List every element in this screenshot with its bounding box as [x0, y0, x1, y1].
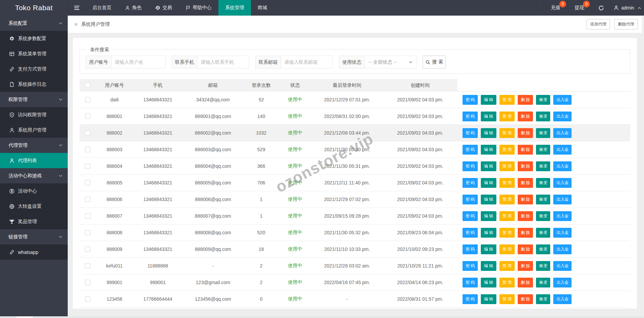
user-menu[interactable]: admin [611, 0, 644, 16]
row-action-disable[interactable]: 禁 用 [499, 161, 515, 171]
vertical-scrollbar[interactable] [642, 16, 644, 316]
row-action-account-change[interactable]: 账变 [536, 195, 550, 204]
nav-item-help-center[interactable]: 帮助中心 [179, 0, 218, 16]
row-action-password[interactable]: 密 码 [463, 145, 478, 155]
sidebar-toggle-button[interactable] [68, 0, 86, 16]
row-action-delete[interactable]: 删 除 [518, 211, 533, 221]
row-action-edit[interactable]: 编 辑 [481, 145, 496, 155]
row-action-edit[interactable]: 编 辑 [481, 244, 496, 254]
nav-item-system-management[interactable]: 系统管理 [218, 0, 251, 16]
nav-item-dashboard[interactable]: 后台首页 [86, 0, 118, 16]
email-input[interactable] [281, 56, 333, 68]
nav-item-trade[interactable]: 交易 [148, 0, 179, 16]
row-action-disable[interactable]: 禁 用 [499, 128, 515, 138]
row-action-deposit-withdraw[interactable]: 出入金 [553, 112, 572, 121]
row-checkbox[interactable] [85, 97, 90, 102]
row-action-delete[interactable]: 删 除 [518, 228, 533, 238]
withdraw-button[interactable]: 提现 0 [567, 0, 591, 16]
row-action-delete[interactable]: 删 除 [518, 195, 533, 204]
row-action-account-change[interactable]: 账变 [536, 112, 550, 121]
row-action-password[interactable]: 密 码 [463, 244, 478, 254]
row-action-password[interactable]: 密 码 [463, 178, 478, 188]
recharge-button[interactable]: 充值 0 [543, 0, 567, 16]
row-action-edit[interactable]: 编 辑 [481, 195, 496, 204]
row-action-edit[interactable]: 编 辑 [481, 112, 496, 121]
row-action-account-change[interactable]: 账变 [536, 145, 550, 155]
row-action-password[interactable]: 密 码 [463, 112, 478, 121]
row-action-deposit-withdraw[interactable]: 出入金 [553, 244, 572, 254]
add-agent-button[interactable]: 添加代理 [586, 19, 610, 29]
sidebar-section-activities-games[interactable]: 活动中心和游戏 [0, 168, 68, 183]
row-action-account-change[interactable]: 账变 [536, 294, 550, 304]
row-checkbox[interactable] [85, 197, 90, 202]
row-action-disable[interactable]: 禁 用 [499, 145, 515, 155]
sidebar-section-links[interactable]: 链接管理 [0, 229, 68, 244]
row-action-deposit-withdraw[interactable]: 出入金 [553, 161, 572, 171]
sidebar-item-access-permissions[interactable]: 访问权限管理 [0, 107, 68, 122]
sidebar-section-permissions[interactable]: 权限管理 [0, 92, 68, 107]
row-action-delete[interactable]: 删 除 [518, 95, 533, 105]
sidebar-item-payment-methods[interactable]: 支付方式管理 [0, 61, 68, 77]
row-action-disable[interactable]: 禁 用 [499, 211, 515, 221]
row-action-edit[interactable]: 编 辑 [481, 228, 496, 238]
row-action-deposit-withdraw[interactable]: 出入金 [553, 95, 572, 105]
row-action-account-change[interactable]: 账变 [536, 261, 550, 271]
row-action-disable[interactable]: 禁 用 [499, 294, 515, 304]
row-action-delete[interactable]: 删 除 [518, 261, 533, 271]
row-action-password[interactable]: 密 码 [463, 294, 478, 304]
row-action-account-change[interactable]: 账变 [536, 228, 550, 238]
sidebar-item-activity-center[interactable]: 活动中心 [0, 183, 68, 199]
row-action-delete[interactable]: 删 除 [518, 128, 533, 138]
row-action-password[interactable]: 密 码 [463, 211, 478, 221]
row-action-deposit-withdraw[interactable]: 出入金 [553, 195, 572, 204]
row-action-password[interactable]: 密 码 [463, 195, 478, 204]
row-checkbox[interactable] [85, 213, 90, 219]
phone-input[interactable] [197, 56, 249, 68]
row-checkbox[interactable] [85, 230, 90, 235]
refresh-button[interactable] [591, 0, 611, 16]
row-checkbox[interactable] [85, 263, 90, 269]
sidebar-item-system-params[interactable]: 系统参数配置 [0, 31, 68, 46]
sidebar-item-system-menu[interactable]: 系统菜单管理 [0, 46, 68, 61]
row-action-password[interactable]: 密 码 [463, 128, 478, 138]
row-action-deposit-withdraw[interactable]: 出入金 [553, 278, 572, 287]
horizontal-scrollbar-thumb[interactable] [16, 316, 33, 318]
row-checkbox[interactable] [85, 163, 90, 169]
row-checkbox[interactable] [85, 280, 90, 285]
row-checkbox[interactable] [85, 180, 90, 185]
row-checkbox[interactable] [85, 130, 90, 136]
row-action-disable[interactable]: 禁 用 [499, 112, 515, 121]
row-action-account-change[interactable]: 账变 [536, 128, 550, 138]
row-checkbox[interactable] [85, 147, 90, 152]
sidebar-item-prize-management[interactable]: 奖品管理 [0, 214, 68, 229]
row-action-delete[interactable]: 删 除 [518, 112, 533, 121]
sidebar-section-system-config[interactable]: 系统配置 [0, 16, 68, 31]
account-input[interactable] [111, 56, 166, 68]
row-action-deposit-withdraw[interactable]: 出入金 [553, 211, 572, 221]
row-action-password[interactable]: 密 码 [463, 228, 478, 238]
sidebar-item-wheel-settings[interactable]: 大转盘设置 [0, 199, 68, 214]
sidebar-item-whatsapp[interactable]: whatsapp [0, 244, 68, 260]
row-action-edit[interactable]: 编 辑 [481, 294, 496, 304]
row-action-edit[interactable]: 编 辑 [481, 161, 496, 171]
row-action-account-change[interactable]: 账变 [536, 161, 550, 171]
row-action-delete[interactable]: 删 除 [518, 145, 533, 155]
row-action-password[interactable]: 密 码 [463, 278, 478, 287]
row-action-disable[interactable]: 禁 用 [499, 261, 515, 271]
row-action-account-change[interactable]: 账变 [536, 95, 550, 105]
row-action-disable[interactable]: 禁 用 [499, 244, 515, 254]
row-action-edit[interactable]: 编 辑 [481, 261, 496, 271]
row-action-delete[interactable]: 删 除 [518, 244, 533, 254]
sidebar-section-agents[interactable]: 代理管理 [0, 138, 68, 153]
row-action-password[interactable]: 密 码 [463, 161, 478, 171]
row-checkbox[interactable] [85, 114, 90, 119]
row-action-edit[interactable]: 编 辑 [481, 128, 496, 138]
row-action-disable[interactable]: 禁 用 [499, 278, 515, 287]
row-action-disable[interactable]: 禁 用 [499, 95, 515, 105]
row-action-deposit-withdraw[interactable]: 出入金 [553, 228, 572, 238]
row-action-account-change[interactable]: 账变 [536, 278, 550, 287]
row-action-delete[interactable]: 删 除 [518, 294, 533, 304]
row-checkbox[interactable] [85, 296, 90, 302]
row-action-account-change[interactable]: 账变 [536, 178, 550, 188]
row-action-edit[interactable]: 编 辑 [481, 278, 496, 287]
